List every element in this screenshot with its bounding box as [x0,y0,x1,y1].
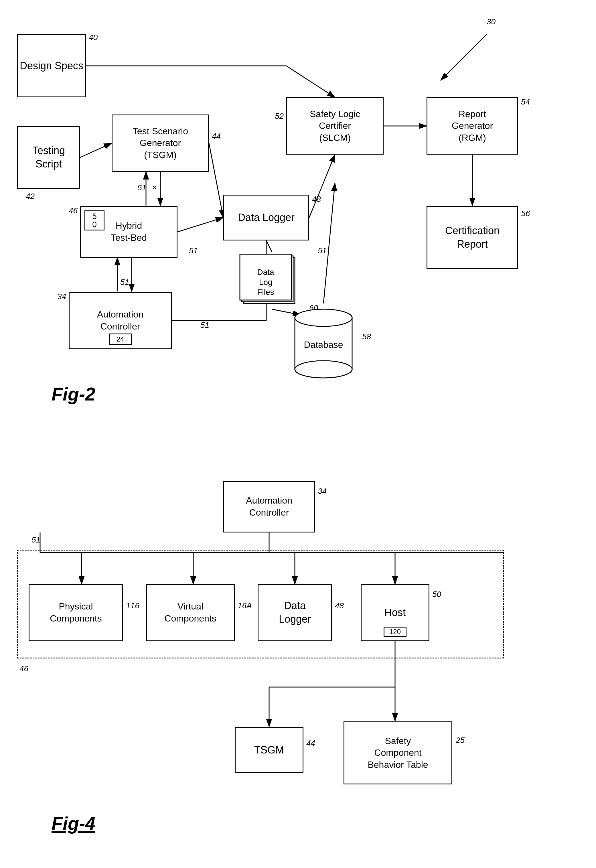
design-specs-label: Design Specs [20,59,83,73]
f4-automation-label: AutomationController [246,495,292,518]
ref-51e: 51 [318,246,327,255]
svg-line-13 [266,241,272,252]
svg-line-20 [153,186,156,189]
f4-host-box: Host 120 [361,584,429,641]
ref-51d: 51 [201,320,209,330]
f4-tsgm-label: TSGM [254,744,284,757]
tsgm-label: Test ScenarioGenerator(TSGM) [133,125,188,161]
f4-safety-table-label: SafetyComponentBehavior Table [367,735,428,771]
svg-line-8 [209,143,223,218]
cert-report-label: CertificationReport [445,224,500,251]
svg-line-4 [286,66,335,97]
svg-text:Log: Log [259,278,273,286]
database-container: Database [289,303,358,384]
cert-report-box: CertificationReport [426,206,518,269]
ref-51a: 51 [137,183,146,192]
design-specs-box: Design Specs [17,34,86,97]
data-logger-box: Data Logger [223,195,309,241]
ref-54: 54 [521,97,530,106]
ref-42: 42 [26,192,35,201]
automation-inner-box: 24 [109,334,132,345]
fig4-label: Fig-4 [52,813,95,834]
svg-text:Database: Database [304,340,343,350]
f4-ref-48: 48 [335,601,344,610]
f4-host-inner: 120 [384,627,407,637]
f4-datalogger-box: DataLogger [258,584,332,641]
f4-virtual-components-box: VirtualComponents [146,584,235,641]
database-svg: Database [289,303,358,384]
testing-script-box: TestingScript [17,126,80,189]
f4-physical-label: PhysicalComponents [50,601,102,624]
data-logger-label: Data Logger [238,211,295,224]
ref-34: 34 [57,292,66,301]
ref-51b: 51 [189,246,198,255]
automation-controller-label: AutomationController [97,309,143,332]
svg-line-2 [441,34,487,80]
f4-physical-components-box: PhysicalComponents [29,584,123,641]
svg-line-9 [177,218,223,232]
data-log-files-svg: Data Log Files [238,252,306,309]
svg-line-21 [153,186,156,189]
slcm-label: Safety LogicCertifier(SLCM) [310,108,360,144]
ref-51c: 51 [120,278,129,287]
f4-datalogger-label: DataLogger [279,599,311,626]
slcm-box: Safety LogicCertifier(SLCM) [286,97,384,155]
ref-30: 30 [487,17,496,27]
f4-host-inner-label: 120 [389,627,401,636]
svg-line-10 [309,155,335,218]
f4-automation-controller-box: AutomationController [223,481,315,533]
fig2-label: Fig-2 [52,384,95,405]
ref-52: 52 [275,112,284,121]
ref-56: 56 [521,209,530,218]
f4-ref-116: 116 [126,601,139,610]
f4-ref-25: 25 [456,736,465,745]
ref-46: 46 [69,206,78,215]
f4-virtual-label: VirtualComponents [164,601,216,624]
f4-ref-50: 50 [432,590,441,599]
automation-inner-label: 24 [117,335,124,344]
ref-44: 44 [212,132,221,141]
hybrid-testbed-label: HybridTest-Bed [111,220,147,244]
svg-point-41 [295,309,352,326]
data-log-files: Data Log Files [238,252,306,309]
svg-line-5 [80,143,112,158]
svg-line-15 [323,183,335,303]
automation-controller-box: AutomationController 24 [69,292,172,349]
hybrid-inner-label: 50 [92,213,97,229]
svg-text:Data: Data [257,268,274,276]
rgm-box: ReportGenerator(RGM) [426,97,518,155]
f4-tsgm-box: TSGM [235,727,304,773]
f4-ref-46: 46 [19,664,28,673]
diagram-container: 30 Design Specs 40 TestingScript 42 Test… [0,0,596,868]
f4-ref-44: 44 [306,739,315,748]
hybrid-inner-box: 50 [84,210,105,230]
ref-48: 48 [312,195,321,204]
testing-script-label: TestingScript [32,144,65,171]
svg-point-42 [295,361,352,378]
ref-40: 40 [89,33,97,42]
f4-host-label: Host [385,606,406,620]
f4-ref-16a: 16A [238,601,252,610]
svg-text:Files: Files [257,288,274,297]
f4-safety-table-box: SafetyComponentBehavior Table [344,722,452,784]
f4-ref-51: 51 [31,535,40,545]
tsgm-box: Test ScenarioGenerator(TSGM) [112,115,209,172]
rgm-label: ReportGenerator(RGM) [452,108,493,144]
hybrid-testbed-box: 50 HybridTest-Bed [80,206,177,258]
ref-58: 58 [362,332,371,341]
f4-ref-34: 34 [318,487,327,496]
